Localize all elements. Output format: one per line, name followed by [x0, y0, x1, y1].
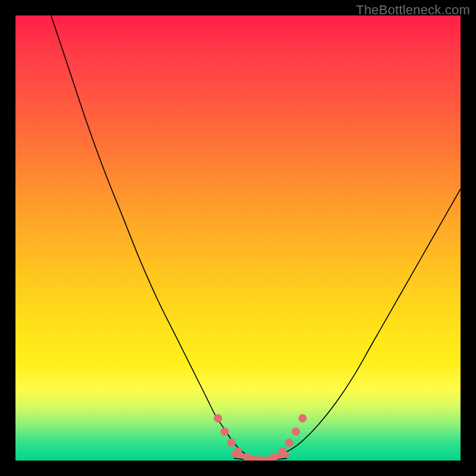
chart-svg: [15, 15, 461, 461]
chart-marker-2: [227, 439, 236, 447]
chart-series-right-curve: [260, 189, 461, 461]
chart-marker-7: [278, 447, 287, 456]
chart-curves: [51, 15, 461, 461]
chart-marker-8: [285, 439, 293, 447]
chart-marker-1: [221, 427, 229, 436]
watermark-text: TheBottleneck.com: [356, 2, 470, 18]
chart-markers: [214, 414, 306, 461]
chart-marker-3: [234, 447, 242, 456]
chart-marker-6: [270, 453, 278, 461]
chart-series-left-curve: [51, 15, 261, 461]
chart-marker-0: [214, 414, 222, 422]
chart-marker-10: [298, 414, 306, 422]
chart-marker-9: [292, 427, 300, 436]
chart-plot-area: [15, 15, 461, 461]
